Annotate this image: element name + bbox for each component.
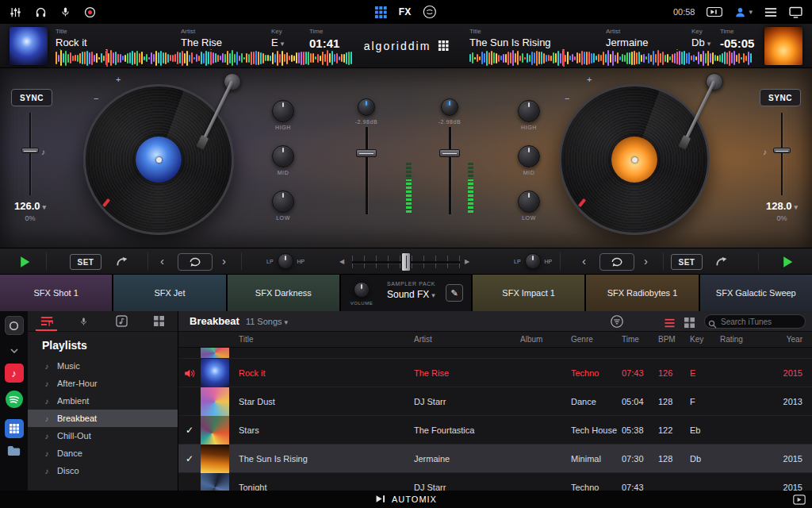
col-key[interactable]: Key — [690, 335, 720, 344]
keylock-note-icon[interactable]: ♪ — [763, 148, 767, 156]
playlist-item-disco[interactable]: ♪Disco — [28, 462, 178, 479]
hamburger-menu-icon[interactable] — [764, 7, 777, 17]
tonearm-left[interactable] — [198, 73, 246, 168]
zoom-plus-icon[interactable]: + — [116, 75, 121, 84]
set-cue-button-right[interactable]: SET — [671, 254, 703, 270]
filter-knob-left[interactable]: LP HP — [266, 253, 304, 269]
pitch-fader-right[interactable] — [775, 113, 789, 195]
channel-fader-handle[interactable] — [439, 149, 460, 157]
sync-button-right[interactable]: SYNC — [760, 89, 801, 106]
eq-mid-knob-right[interactable] — [518, 145, 540, 167]
col-rating[interactable]: Rating — [720, 335, 769, 344]
sync-button-left[interactable]: SYNC — [11, 89, 52, 106]
video-source-icon[interactable] — [5, 316, 24, 335]
waveform-left[interactable] — [56, 49, 354, 67]
fx-button[interactable]: FX — [399, 6, 411, 17]
filter-knob[interactable] — [525, 253, 541, 269]
playlist-item-after-hour[interactable]: ♪After-Hour — [28, 375, 178, 392]
loop-half-button-left[interactable]: ‹ — [160, 253, 164, 269]
col-album[interactable]: Album — [520, 335, 571, 344]
playlist-item-music[interactable]: ♪Music — [28, 357, 178, 375]
col-bpm[interactable]: BPM — [658, 335, 690, 344]
music-library-source-icon[interactable]: ♪ — [5, 364, 24, 383]
playlist-item-chill-out[interactable]: ♪Chill-Out — [28, 427, 178, 444]
channel-fader-handle[interactable] — [356, 149, 377, 157]
zoom-plus-icon[interactable]: + — [587, 75, 592, 84]
deck-right-key-field[interactable]: Key Db▾ — [691, 28, 710, 48]
col-time[interactable]: Time — [622, 335, 658, 344]
files-source-icon[interactable] — [7, 445, 21, 460]
playlist-item-dance[interactable]: ♪Dance — [28, 444, 178, 462]
playlist-item-breakbeat[interactable]: ♪Breakbeat — [28, 410, 178, 427]
edit-sampler-button[interactable]: ✎ — [446, 284, 463, 302]
sfx-pad-2[interactable]: SFX Jet — [113, 275, 225, 311]
display-icon[interactable] — [789, 6, 802, 18]
loop-double-button-left[interactable]: › — [222, 253, 226, 269]
keylock-note-icon[interactable]: ♪ — [41, 148, 45, 156]
play-button-left[interactable] — [14, 255, 35, 269]
filter-icon[interactable] — [611, 315, 623, 331]
eq-low-knob-right[interactable] — [518, 190, 540, 213]
tab-playlists[interactable] — [28, 311, 65, 331]
zoom-minus-icon[interactable]: − — [565, 94, 569, 103]
table-row[interactable] — [178, 348, 812, 359]
play-button-right[interactable] — [777, 255, 798, 269]
eq-low-knob-left[interactable] — [272, 190, 294, 213]
tab-songs[interactable] — [103, 311, 140, 331]
snap-arrow-icon-left[interactable] — [116, 256, 128, 271]
automix-button[interactable]: AUTOMIX — [392, 495, 437, 504]
account-menu[interactable]: ▾ — [734, 6, 753, 18]
automix-queue-icon[interactable] — [707, 6, 722, 17]
filter-knob-right[interactable]: LP HP — [514, 253, 552, 269]
record-icon[interactable] — [84, 6, 96, 18]
table-row[interactable]: Rock it The Rise Techno 07:43 126 E 2015 — [178, 359, 812, 387]
sfx-pad-4[interactable]: SFX Impact 1 — [473, 275, 584, 311]
grid-view-icon[interactable] — [684, 317, 695, 331]
sampler-pack-selector[interactable]: SAMPLER PACK Sound FX▾ — [387, 281, 435, 300]
gain-knob-right[interactable] — [441, 98, 458, 116]
set-cue-button-left[interactable]: SET — [70, 254, 102, 270]
eq-high-knob-left[interactable] — [272, 100, 294, 122]
col-year[interactable]: Year — [769, 335, 812, 344]
list-view-icon[interactable] — [664, 317, 676, 331]
sfx-pad-3[interactable]: SFX Darkness — [228, 275, 339, 311]
channel-fader-left[interactable] — [356, 127, 377, 214]
crossfader[interactable] — [352, 252, 460, 271]
pitch-fader-handle[interactable] — [21, 148, 39, 153]
table-row[interactable]: ✓ The Sun Is Rising Jermaine Minimal 07:… — [178, 444, 812, 473]
rail-chevron-down-icon[interactable] — [10, 342, 18, 356]
bpm-display-left[interactable]: 126.0▾ 0% — [2, 200, 58, 222]
channel-fader-right[interactable] — [439, 127, 460, 214]
tab-albums[interactable] — [140, 311, 178, 331]
eq-mid-knob-left[interactable] — [272, 145, 294, 167]
song-count[interactable]: 11 Songs▾ — [246, 317, 288, 326]
playlist-item-ambient[interactable]: ♪Ambient — [28, 392, 178, 410]
pitch-fader-handle[interactable] — [773, 148, 791, 153]
col-artist[interactable]: Artist — [414, 335, 520, 344]
waveform-right[interactable] — [469, 49, 753, 67]
bpm-display-right[interactable]: 128.0▾ 0% — [754, 200, 810, 222]
mixer-icon[interactable] — [10, 6, 21, 18]
sampler-volume-knob[interactable] — [354, 282, 370, 298]
snap-arrow-icon-right[interactable] — [715, 256, 728, 271]
table-row[interactable]: Tonight DJ Starr Techno 07:43 2015 — [178, 473, 812, 491]
loop-button-left[interactable] — [178, 253, 213, 271]
tonearm-right[interactable] — [680, 73, 728, 168]
sfx-pad-1[interactable]: SFX Shot 1 — [0, 275, 112, 311]
table-row[interactable]: Star Dust DJ Starr Dance 05:04 128 F 201… — [178, 387, 812, 416]
loop-button-right[interactable] — [599, 253, 634, 271]
table-row[interactable]: ✓ Stars The Fourtastica Tech House 05:38… — [178, 416, 812, 444]
pitch-fader-left[interactable] — [23, 113, 37, 195]
col-genre[interactable]: Genre — [571, 335, 622, 344]
eq-high-knob-right[interactable] — [518, 100, 540, 122]
loop-double-button-right[interactable]: › — [644, 253, 648, 269]
spotify-source-icon[interactable] — [5, 390, 24, 412]
tab-artists[interactable] — [65, 311, 102, 331]
loop-icon[interactable] — [423, 5, 437, 19]
crossfader-handle[interactable] — [401, 252, 411, 271]
media-library-source-icon[interactable] — [5, 419, 24, 438]
deck-left-key-field[interactable]: Key E▾ — [271, 28, 284, 48]
pads-grid-icon[interactable] — [375, 6, 387, 18]
sfx-pad-5[interactable]: SFX Radiobytes 1 — [586, 275, 698, 311]
gain-knob-left[interactable] — [358, 98, 375, 116]
